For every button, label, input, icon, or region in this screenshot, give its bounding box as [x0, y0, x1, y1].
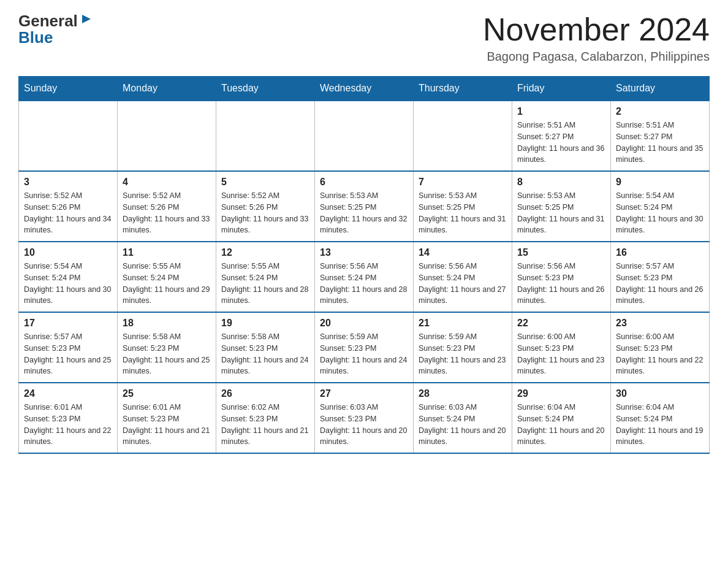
logo-general-text: General [18, 13, 78, 29]
calendar-cell [19, 101, 118, 171]
day-number: 3 [24, 177, 112, 188]
calendar-cell: 10Sunrise: 5:54 AMSunset: 5:24 PMDayligh… [19, 242, 118, 312]
weekday-header-monday: Monday [118, 77, 216, 101]
day-number: 21 [419, 318, 507, 329]
calendar-cell: 25Sunrise: 6:01 AMSunset: 5:23 PMDayligh… [118, 383, 216, 453]
day-info: Sunrise: 5:51 AMSunset: 5:27 PMDaylight:… [517, 120, 605, 166]
month-title: November 2024 [483, 12, 710, 47]
day-number: 23 [616, 318, 704, 329]
logo-blue-text: Blue [18, 29, 53, 45]
calendar-cell [216, 101, 315, 171]
calendar-cell: 30Sunrise: 6:04 AMSunset: 5:24 PMDayligh… [611, 383, 710, 453]
calendar-cell: 14Sunrise: 5:56 AMSunset: 5:24 PMDayligh… [414, 242, 512, 312]
day-number: 20 [320, 318, 408, 329]
calendar-week-row: 10Sunrise: 5:54 AMSunset: 5:24 PMDayligh… [19, 242, 710, 312]
day-number: 19 [221, 318, 309, 329]
calendar-cell [315, 101, 414, 171]
day-number: 28 [419, 388, 507, 399]
calendar-cell: 22Sunrise: 6:00 AMSunset: 5:23 PMDayligh… [512, 312, 611, 383]
calendar-cell: 12Sunrise: 5:55 AMSunset: 5:24 PMDayligh… [216, 242, 315, 312]
weekday-header-wednesday: Wednesday [315, 77, 414, 101]
weekday-header-saturday: Saturday [611, 77, 710, 101]
calendar-cell: 11Sunrise: 5:55 AMSunset: 5:24 PMDayligh… [118, 242, 216, 312]
day-info: Sunrise: 5:53 AMSunset: 5:25 PMDaylight:… [320, 190, 408, 236]
calendar-header-row: SundayMondayTuesdayWednesdayThursdayFrid… [19, 77, 710, 101]
day-info: Sunrise: 5:53 AMSunset: 5:25 PMDaylight:… [419, 190, 507, 236]
calendar-week-row: 17Sunrise: 5:57 AMSunset: 5:23 PMDayligh… [19, 312, 710, 383]
day-number: 26 [221, 388, 309, 399]
day-info: Sunrise: 5:54 AMSunset: 5:24 PMDaylight:… [616, 190, 704, 236]
day-number: 7 [419, 177, 507, 188]
calendar-cell: 21Sunrise: 5:59 AMSunset: 5:23 PMDayligh… [414, 312, 512, 383]
calendar-week-row: 1Sunrise: 5:51 AMSunset: 5:27 PMDaylight… [19, 101, 710, 171]
day-info: Sunrise: 5:56 AMSunset: 5:24 PMDaylight:… [320, 261, 408, 307]
day-info: Sunrise: 5:58 AMSunset: 5:23 PMDaylight:… [221, 331, 309, 377]
calendar-cell: 28Sunrise: 6:03 AMSunset: 5:24 PMDayligh… [414, 383, 512, 453]
calendar-cell: 16Sunrise: 5:57 AMSunset: 5:23 PMDayligh… [611, 242, 710, 312]
day-number: 15 [517, 247, 605, 258]
day-info: Sunrise: 6:04 AMSunset: 5:24 PMDaylight:… [616, 402, 704, 448]
day-number: 27 [320, 388, 408, 399]
calendar-cell: 19Sunrise: 5:58 AMSunset: 5:23 PMDayligh… [216, 312, 315, 383]
day-number: 12 [221, 247, 309, 258]
logo: General Blue [18, 12, 93, 45]
day-number: 16 [616, 247, 704, 258]
day-info: Sunrise: 6:04 AMSunset: 5:24 PMDaylight:… [517, 402, 605, 448]
title-section: November 2024 Bagong Pagasa, Calabarzon,… [483, 12, 710, 64]
calendar-cell: 8Sunrise: 5:53 AMSunset: 5:25 PMDaylight… [512, 171, 611, 242]
day-number: 8 [517, 177, 605, 188]
day-info: Sunrise: 5:59 AMSunset: 5:23 PMDaylight:… [320, 331, 408, 377]
day-info: Sunrise: 5:53 AMSunset: 5:25 PMDaylight:… [517, 190, 605, 236]
calendar-week-row: 3Sunrise: 5:52 AMSunset: 5:26 PMDaylight… [19, 171, 710, 242]
calendar-cell: 27Sunrise: 6:03 AMSunset: 5:23 PMDayligh… [315, 383, 414, 453]
day-info: Sunrise: 6:00 AMSunset: 5:23 PMDaylight:… [616, 331, 704, 377]
svg-marker-0 [82, 15, 91, 23]
calendar-cell [414, 101, 512, 171]
day-info: Sunrise: 6:00 AMSunset: 5:23 PMDaylight:… [517, 331, 605, 377]
location: Bagong Pagasa, Calabarzon, Philippines [483, 50, 710, 64]
calendar-cell: 9Sunrise: 5:54 AMSunset: 5:24 PMDaylight… [611, 171, 710, 242]
calendar-week-row: 24Sunrise: 6:01 AMSunset: 5:23 PMDayligh… [19, 383, 710, 453]
page-header: General Blue November 2024 Bagong Pagasa… [18, 12, 710, 64]
calendar-cell: 7Sunrise: 5:53 AMSunset: 5:25 PMDaylight… [414, 171, 512, 242]
day-number: 30 [616, 388, 704, 399]
weekday-header-sunday: Sunday [19, 77, 118, 101]
calendar-cell: 3Sunrise: 5:52 AMSunset: 5:26 PMDaylight… [19, 171, 118, 242]
day-number: 29 [517, 388, 605, 399]
day-number: 22 [517, 318, 605, 329]
calendar-cell: 13Sunrise: 5:56 AMSunset: 5:24 PMDayligh… [315, 242, 414, 312]
day-info: Sunrise: 5:51 AMSunset: 5:27 PMDaylight:… [616, 120, 704, 166]
calendar-cell: 18Sunrise: 5:58 AMSunset: 5:23 PMDayligh… [118, 312, 216, 383]
day-info: Sunrise: 5:55 AMSunset: 5:24 PMDaylight:… [123, 261, 211, 307]
day-number: 25 [123, 388, 211, 399]
weekday-header-tuesday: Tuesday [216, 77, 315, 101]
day-info: Sunrise: 5:56 AMSunset: 5:24 PMDaylight:… [419, 261, 507, 307]
calendar-cell: 1Sunrise: 5:51 AMSunset: 5:27 PMDaylight… [512, 101, 611, 171]
day-info: Sunrise: 6:01 AMSunset: 5:23 PMDaylight:… [24, 402, 112, 448]
logo-triangle-icon [80, 12, 93, 26]
day-number: 5 [221, 177, 309, 188]
day-info: Sunrise: 6:01 AMSunset: 5:23 PMDaylight:… [123, 402, 211, 448]
calendar-cell: 17Sunrise: 5:57 AMSunset: 5:23 PMDayligh… [19, 312, 118, 383]
day-info: Sunrise: 5:52 AMSunset: 5:26 PMDaylight:… [123, 190, 211, 236]
day-number: 24 [24, 388, 112, 399]
day-number: 1 [517, 106, 605, 117]
day-info: Sunrise: 6:03 AMSunset: 5:23 PMDaylight:… [320, 402, 408, 448]
day-info: Sunrise: 5:52 AMSunset: 5:26 PMDaylight:… [24, 190, 112, 236]
weekday-header-friday: Friday [512, 77, 611, 101]
day-number: 18 [123, 318, 211, 329]
day-number: 4 [123, 177, 211, 188]
day-info: Sunrise: 6:02 AMSunset: 5:23 PMDaylight:… [221, 402, 309, 448]
day-info: Sunrise: 5:57 AMSunset: 5:23 PMDaylight:… [616, 261, 704, 307]
day-info: Sunrise: 5:55 AMSunset: 5:24 PMDaylight:… [221, 261, 309, 307]
calendar-cell: 24Sunrise: 6:01 AMSunset: 5:23 PMDayligh… [19, 383, 118, 453]
day-number: 14 [419, 247, 507, 258]
calendar-cell: 26Sunrise: 6:02 AMSunset: 5:23 PMDayligh… [216, 383, 315, 453]
calendar-cell: 6Sunrise: 5:53 AMSunset: 5:25 PMDaylight… [315, 171, 414, 242]
calendar-cell: 15Sunrise: 5:56 AMSunset: 5:23 PMDayligh… [512, 242, 611, 312]
day-number: 9 [616, 177, 704, 188]
day-number: 10 [24, 247, 112, 258]
day-info: Sunrise: 5:52 AMSunset: 5:26 PMDaylight:… [221, 190, 309, 236]
day-info: Sunrise: 6:03 AMSunset: 5:24 PMDaylight:… [419, 402, 507, 448]
calendar-cell [118, 101, 216, 171]
